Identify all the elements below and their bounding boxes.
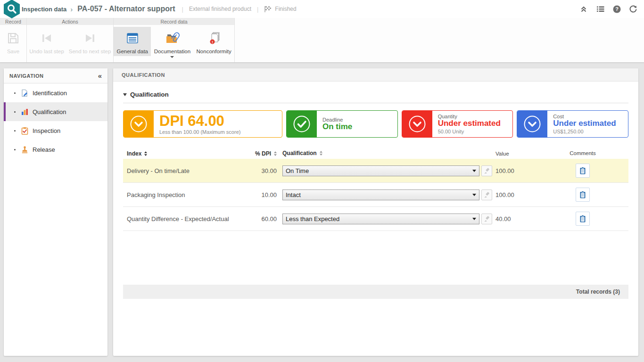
ribbon-toolbar: Record Save Actions (0, 18, 644, 63)
kpi-subtitle: US$1,250.00 (553, 129, 616, 134)
chevron-down-circle-icon (402, 111, 432, 137)
status-badge: Finished (264, 5, 296, 13)
send-to-next-step-button[interactable]: Send to next step (66, 27, 113, 56)
sidebar-item-label: Release (33, 146, 55, 153)
skip-forward-icon (83, 30, 98, 47)
divider (123, 103, 628, 103)
collapse-header-icon[interactable] (579, 5, 588, 13)
sort-icon (274, 151, 277, 156)
index-cell: Quantity Difference - Expected/Actual (123, 215, 236, 222)
breadcrumb: Inspection data (22, 6, 66, 13)
sort-icon (320, 151, 322, 156)
save-icon (6, 30, 21, 47)
nonconformity-label: Nonconformity (197, 49, 231, 54)
general-data-button[interactable]: General data (114, 27, 151, 56)
help-icon[interactable]: ? (612, 5, 621, 13)
panel-title: QUALIFICATION (113, 68, 638, 82)
value-cell: 40.00 (495, 215, 537, 222)
qualification-select[interactable]: Less than Expected (282, 214, 479, 224)
checkered-flag-icon (264, 5, 272, 13)
sidebar-item-label: Identification (33, 90, 67, 97)
app-logo-icon (0, 0, 22, 18)
breadcrumb-chevron-icon: › (70, 5, 73, 13)
clear-selection-button[interactable] (481, 165, 492, 176)
qualification-select[interactable]: On Time (282, 165, 479, 176)
bullet-icon (14, 149, 16, 150)
column-header-dpi[interactable]: % DPI (255, 150, 277, 157)
save-label: Save (7, 49, 19, 54)
undo-last-step-button[interactable]: Undo last step (27, 27, 66, 56)
clear-selection-button[interactable] (481, 189, 492, 200)
qualification-icon (21, 108, 29, 116)
qualification-select[interactable]: Intact (282, 189, 479, 200)
documentation-icon (164, 30, 180, 47)
undo-last-step-label: Undo last step (29, 49, 64, 54)
index-cell: Packaging Inspection (123, 191, 236, 198)
bullet-icon (14, 130, 16, 132)
value-cell: 100.00 (495, 167, 537, 174)
svg-text:?: ? (615, 6, 619, 12)
kpi-subtitle: Less than 100.00 (Maximum score) (159, 129, 240, 135)
kpi-title: DPI 64.00 (159, 114, 240, 128)
column-header-value: Value (495, 151, 509, 156)
chevron-down-circle-icon (124, 111, 154, 137)
value-cell: 100.00 (495, 191, 537, 198)
kpi-card-deadline: Deadline On time (286, 110, 398, 138)
toolbar-group-actions: Actions Undo last step Sen (27, 18, 114, 62)
bullet-icon (14, 111, 16, 113)
table-header: Index % DPI Qualification (123, 148, 628, 159)
comments-button[interactable] (576, 188, 590, 202)
chevron-down-icon (472, 170, 476, 172)
sidebar-item-release[interactable]: Release (4, 140, 107, 159)
kpi-value: On time (322, 123, 352, 132)
dpi-cell: 60.00 (236, 215, 277, 222)
send-to-next-step-label: Send to next step (69, 49, 111, 54)
top-header: Inspection data › PA-057 - Alternator su… (0, 0, 644, 18)
index-cell: Delivery - On time/Late (123, 167, 236, 174)
toolbar-group-record: Record Save (0, 18, 27, 62)
clear-selection-button[interactable] (481, 214, 492, 224)
toolbar-group-label: Record (0, 18, 26, 25)
nonconformity-icon: ! (206, 30, 222, 47)
sidebar-item-qualification[interactable]: Qualification (4, 102, 107, 121)
main-panel: QUALIFICATION Qualification DPI (113, 68, 638, 356)
list-menu-icon[interactable] (596, 5, 604, 13)
general-data-label: General data (116, 49, 148, 54)
dpi-cell: 10.00 (236, 191, 277, 198)
sidebar-item-inspection[interactable]: Inspection (4, 121, 107, 140)
kpi-subtitle: 50.00 Unity (438, 129, 501, 134)
sidebar-item-identification[interactable]: Identification (4, 83, 107, 102)
chevron-down-circle-icon (517, 111, 547, 137)
kpi-card-quantity: Quantity Under estimated 50.00 Unity (402, 110, 513, 138)
column-header-qualification[interactable]: Qualification (282, 150, 322, 156)
column-header-index[interactable]: Index (127, 150, 147, 157)
kpi-label: Deadline (322, 117, 352, 123)
status-label: Finished (275, 6, 296, 12)
chevron-down-icon (123, 93, 127, 96)
divider: | (182, 6, 183, 13)
product-type-label: External finished product (189, 6, 251, 12)
total-records-label: Total records (3) (576, 288, 620, 295)
save-button[interactable]: Save (1, 27, 25, 56)
kpi-value: Under estimated (553, 119, 616, 128)
nonconformity-button[interactable]: ! Nonconformity (193, 27, 234, 56)
bullet-icon (14, 92, 16, 94)
table-row: Quantity Difference - Expected/Actual 60… (123, 207, 628, 231)
dpi-cell: 30.00 (236, 167, 277, 174)
kpi-label: Cost (553, 114, 616, 119)
chevron-down-icon (472, 194, 476, 196)
comments-button[interactable] (576, 164, 590, 178)
collapse-panel-icon[interactable]: « (98, 72, 102, 80)
documentation-button[interactable]: Documentation (151, 27, 193, 60)
sidebar-item-label: Qualification (33, 108, 66, 115)
kpi-card-dpi: DPI 64.00 Less than 100.00 (Maximum scor… (123, 110, 282, 138)
toolbar-group-label: Record data (114, 18, 234, 25)
qualification-section-toggle[interactable]: Qualification (123, 91, 628, 98)
refresh-icon[interactable] (629, 5, 637, 13)
kpi-label: Quantity (438, 114, 501, 119)
kpi-cards: DPI 64.00 Less than 100.00 (Maximum scor… (123, 110, 628, 138)
page-title: PA-057 - Alternator support (77, 5, 175, 13)
kpi-value: Under estimated (438, 119, 501, 128)
comments-button[interactable] (576, 212, 590, 226)
chevron-down-icon (170, 56, 174, 58)
